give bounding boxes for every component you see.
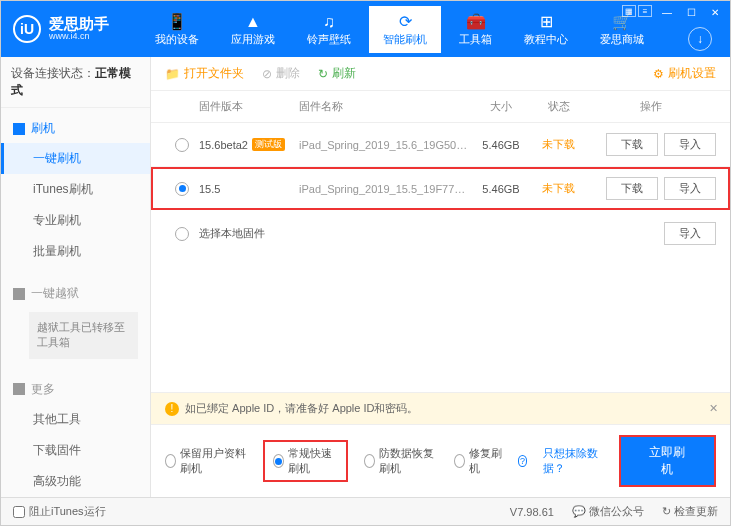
firmware-row[interactable]: 15.6beta2测试版 iPad_Spring_2019_15.6_19G50… [151, 123, 730, 167]
col-ops: 操作 [586, 99, 716, 114]
sidebar-item-batch-flash[interactable]: 批量刷机 [1, 236, 150, 267]
toolbox-icon: 🧰 [466, 12, 486, 32]
nav-label: 爱思商城 [600, 32, 644, 47]
warning-close-button[interactable]: ✕ [709, 402, 718, 415]
col-name: 固件名称 [299, 99, 471, 114]
block-itunes-option[interactable]: 阻止iTunes运行 [13, 504, 106, 519]
sidebar-item-download-fw[interactable]: 下载固件 [1, 435, 150, 466]
col-version: 固件版本 [199, 99, 299, 114]
help-icon[interactable]: ? [518, 455, 528, 467]
radio-icon [454, 454, 465, 468]
import-button[interactable]: 导入 [664, 222, 716, 245]
folder-icon: 📁 [165, 67, 180, 81]
music-icon: ♫ [319, 12, 339, 32]
connection-status: 设备连接状态：正常模式 [1, 57, 150, 108]
sidebar-head-jailbreak[interactable]: 一键越狱 [1, 279, 150, 308]
sidebar: 设备连接状态：正常模式 刷机 一键刷机 iTunes刷机 专业刷机 批量刷机 一… [1, 57, 151, 497]
sidebar-item-other-tools[interactable]: 其他工具 [1, 404, 150, 435]
brand-url: www.i4.cn [49, 32, 109, 42]
block-itunes-checkbox[interactable] [13, 506, 25, 518]
firmware-row-selected[interactable]: 15.5 iPad_Spring_2019_15.5_19F77_Restore… [151, 167, 730, 210]
col-status: 状态 [531, 99, 586, 114]
local-firmware-row[interactable]: 选择本地固件 导入 [151, 210, 730, 257]
radio-icon [364, 454, 375, 468]
square-icon [13, 123, 25, 135]
nav-label: 工具箱 [459, 32, 492, 47]
version-text: V7.98.61 [510, 506, 554, 518]
flash-settings-label: 刷机设置 [668, 65, 716, 82]
erase-only-link[interactable]: 只想抹除数据？ [543, 446, 603, 476]
brand-title: 爱思助手 [49, 16, 109, 33]
fw-status: 未下载 [531, 137, 586, 152]
mode-label: 修复刷机 [469, 446, 502, 476]
download-indicator-icon[interactable]: ↓ [688, 27, 712, 51]
sidebar-item-advanced[interactable]: 高级功能 [1, 466, 150, 497]
check-update-link[interactable]: ↻ 检查更新 [662, 504, 718, 519]
fw-name: iPad_Spring_2019_15.6_19G5037d_Restore.i… [299, 139, 471, 151]
download-button[interactable]: 下载 [606, 133, 658, 156]
nav-tutorials[interactable]: ⊞教程中心 [510, 6, 582, 53]
nav-apps[interactable]: ▲应用游戏 [217, 6, 289, 53]
mode-bar: 保留用户资料刷机 常规快速刷机 防数据恢复刷机 修复刷机 ? 只想抹除数据？ 立… [151, 424, 730, 497]
maximize-button[interactable]: ☐ [682, 5, 700, 19]
mode-anti-recovery[interactable]: 防数据恢复刷机 [364, 446, 438, 476]
menu-btn[interactable]: ≡ [638, 5, 652, 17]
sidebar-item-oneclick-flash[interactable]: 一键刷机 [1, 143, 150, 174]
grid-icon: ⊞ [536, 12, 556, 32]
nav-toolbox[interactable]: 🧰工具箱 [445, 6, 506, 53]
firmware-radio[interactable] [175, 138, 189, 152]
refresh-icon: ↻ [318, 67, 328, 81]
col-size: 大小 [471, 99, 531, 114]
refresh-icon: ⟳ [395, 12, 415, 32]
wechat-link[interactable]: 💬 微信公众号 [572, 504, 644, 519]
mode-label: 常规快速刷机 [288, 446, 338, 476]
local-firmware-radio[interactable] [175, 227, 189, 241]
phone-icon: 📱 [167, 12, 187, 32]
wechat-icon: 💬 [572, 505, 586, 517]
fw-status: 未下载 [531, 181, 586, 196]
import-button[interactable]: 导入 [664, 133, 716, 156]
mode-keep-data[interactable]: 保留用户资料刷机 [165, 446, 247, 476]
local-firmware-label: 选择本地固件 [199, 226, 586, 241]
layout-btn[interactable]: ▦ [622, 5, 636, 17]
sidebar-item-pro-flash[interactable]: 专业刷机 [1, 205, 150, 236]
nav-flash[interactable]: ⟳智能刷机 [369, 6, 441, 53]
gear-icon: ⚙ [653, 67, 664, 81]
import-button[interactable]: 导入 [664, 177, 716, 200]
open-folder-label: 打开文件夹 [184, 65, 244, 82]
firmware-radio[interactable] [175, 182, 189, 196]
warning-text: 如已绑定 Apple ID，请准备好 Apple ID和密码。 [185, 401, 419, 416]
titlebar: iU 爱思助手 www.i4.cn 📱我的设备 ▲应用游戏 ♫铃声壁纸 ⟳智能刷… [1, 1, 730, 57]
mode-repair[interactable]: 修复刷机 [454, 446, 502, 476]
nav-ringtones[interactable]: ♫铃声壁纸 [293, 6, 365, 53]
beta-tag: 测试版 [252, 138, 285, 151]
fw-version: 15.6beta2 [199, 139, 248, 151]
mode-normal[interactable]: 常规快速刷机 [263, 440, 348, 482]
fw-version: 15.5 [199, 183, 220, 195]
mode-label: 保留用户资料刷机 [180, 446, 247, 476]
nav-my-device[interactable]: 📱我的设备 [141, 6, 213, 53]
nav-label: 应用游戏 [231, 32, 275, 47]
statusbar: 阻止iTunes运行 V7.98.61 💬 微信公众号 ↻ 检查更新 [1, 497, 730, 525]
svg-rect-0 [13, 123, 25, 135]
sidebar-head-flash[interactable]: 刷机 [1, 114, 150, 143]
sidebar-head-label: 一键越狱 [31, 285, 79, 302]
open-folder-button[interactable]: 📁打开文件夹 [165, 65, 244, 82]
flash-settings-button[interactable]: ⚙刷机设置 [653, 65, 716, 82]
square-icon [13, 383, 25, 395]
logo-icon: iU [13, 15, 41, 43]
delete-label: 删除 [276, 65, 300, 82]
sidebar-head-label: 刷机 [31, 120, 55, 137]
close-button[interactable]: ✕ [706, 5, 724, 19]
sidebar-head-more[interactable]: 更多 [1, 375, 150, 404]
mode-label: 防数据恢复刷机 [379, 446, 437, 476]
flash-now-button[interactable]: 立即刷机 [619, 435, 716, 487]
refresh-button[interactable]: ↻刷新 [318, 65, 356, 82]
apps-icon: ▲ [243, 12, 263, 32]
download-button[interactable]: 下载 [606, 177, 658, 200]
sidebar-item-itunes-flash[interactable]: iTunes刷机 [1, 174, 150, 205]
delete-button[interactable]: ⊘删除 [262, 65, 300, 82]
minimize-button[interactable]: — [658, 5, 676, 19]
table-header: 固件版本 固件名称 大小 状态 操作 [151, 91, 730, 123]
update-icon: ↻ [662, 505, 671, 517]
